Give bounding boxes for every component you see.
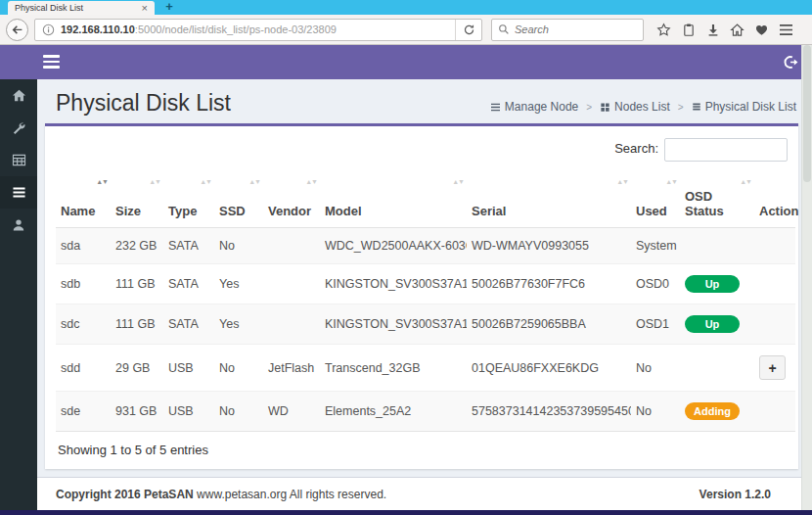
sort-icon — [96, 178, 108, 185]
footer-version: Version 1.2.0 — [699, 488, 771, 501]
cell-type: USB — [163, 345, 214, 392]
logout-button[interactable] — [784, 55, 798, 70]
cell-vendor: WD — [263, 392, 320, 432]
cell-action — [754, 304, 795, 345]
menu-icon — [490, 103, 505, 112]
cell-action — [754, 264, 795, 304]
list-icon — [12, 186, 26, 199]
table-header-row: Name Size Type SSD Vendor Model Serial U… — [56, 171, 795, 228]
col-header-serial[interactable]: Serial — [467, 171, 631, 228]
cell-model: WDC_WD2500AAKX-603CA0 — [320, 228, 467, 264]
browser-menu-button[interactable] — [774, 18, 798, 41]
cell-ssd: No — [214, 228, 263, 264]
cell-ssd: No — [214, 392, 263, 432]
cell-ssd: Yes — [214, 264, 263, 304]
sidebar-toggle-button[interactable] — [43, 55, 60, 69]
heart-icon — [754, 23, 769, 37]
browser-tab-strip: Physical Disk List × + — [0, 0, 812, 15]
cell-model: KINGSTON_SV300S37A120G — [320, 304, 467, 345]
pocket-button[interactable] — [676, 18, 700, 41]
col-header-used[interactable]: Used — [631, 171, 680, 228]
home-button[interactable] — [725, 18, 749, 41]
sort-icon — [149, 178, 160, 185]
scrollbar-thumb[interactable] — [803, 45, 811, 182]
sidebar-item-users[interactable] — [0, 209, 37, 241]
tab-close-icon[interactable]: × — [142, 3, 148, 13]
breadcrumb-nodes-list[interactable]: Nodes List — [578, 100, 670, 114]
table-search-row: Search: — [56, 138, 788, 162]
sort-icon — [200, 178, 211, 185]
reload-button[interactable] — [456, 19, 481, 41]
table-icon — [12, 154, 26, 166]
window-bottom-border — [0, 510, 812, 515]
url-text: 192.168.110.10:5000/node/list/disk_list/… — [61, 23, 455, 35]
url-bar[interactable]: 192.168.110.10:5000/node/list/disk_list/… — [34, 19, 482, 41]
col-header-model[interactable]: Model — [320, 171, 467, 228]
table-search-input[interactable] — [664, 138, 788, 162]
table-row: sda 232 GB SATA No WDC_WD2500AAKX-603CA0… — [56, 228, 795, 264]
col-header-ssd[interactable]: SSD — [214, 171, 263, 228]
sidebar-item-maintenance[interactable] — [0, 112, 37, 144]
disk-table: Name Size Type SSD Vendor Model Serial U… — [56, 171, 795, 432]
sort-icon — [740, 178, 751, 185]
breadcrumb-label: Nodes List — [614, 100, 670, 114]
hello-button[interactable] — [749, 18, 774, 41]
new-tab-button[interactable]: + — [158, 0, 180, 14]
downloads-button[interactable] — [700, 18, 725, 41]
cell-serial: 575837314142353739595450 — [467, 392, 631, 432]
cell-size: 111 GB — [111, 304, 163, 345]
cell-type: SATA — [163, 304, 214, 345]
cell-model: Elements_25A2 — [320, 392, 467, 432]
breadcrumb-physical-disk-list: Physical Disk List — [670, 100, 796, 114]
info-icon[interactable] — [42, 23, 55, 36]
sidebar-item-dashboard[interactable] — [0, 79, 37, 112]
cell-name: sdc — [56, 304, 111, 345]
clipboard-icon — [682, 23, 696, 37]
sort-icon — [665, 178, 677, 185]
logout-icon — [784, 55, 798, 70]
breadcrumb-manage-node[interactable]: Manage Node — [490, 100, 578, 114]
cell-size: 232 GB — [111, 228, 163, 264]
cell-serial: 50026B77630F7FC6 — [467, 264, 631, 304]
sidebar-item-disk-list[interactable] — [0, 176, 37, 209]
cell-used: OSD0 — [631, 264, 680, 304]
col-header-osd-status[interactable]: OSD Status — [680, 171, 754, 228]
cell-size: 111 GB — [111, 264, 163, 304]
cell-vendor — [263, 228, 320, 264]
bookmark-button[interactable] — [652, 18, 676, 41]
tab-title: Physical Disk List — [15, 3, 138, 13]
page-title: Physical Disk List — [56, 90, 231, 117]
table-search-label: Search: — [614, 141, 658, 156]
col-header-size[interactable]: Size — [111, 171, 163, 228]
back-button[interactable] — [6, 19, 28, 41]
cell-ssd: Yes — [214, 304, 263, 345]
col-header-name[interactable]: Name — [56, 171, 111, 228]
toolbar-icons — [652, 18, 798, 41]
browser-tab[interactable]: Physical Disk List × — [8, 1, 155, 15]
cell-vendor — [263, 264, 320, 304]
browser-search-input[interactable] — [515, 23, 637, 35]
cell-vendor — [263, 304, 320, 345]
status-badge: Up — [685, 275, 740, 293]
browser-search-bar[interactable] — [491, 19, 644, 41]
cell-model: KINGSTON_SV300S37A120G — [320, 264, 467, 304]
col-header-vendor[interactable]: Vendor — [263, 171, 320, 228]
content-header: Physical Disk List Manage Node Nodes Lis… — [37, 79, 812, 117]
col-header-type[interactable]: Type — [163, 171, 214, 228]
sidebar-item-nodes[interactable] — [0, 144, 37, 176]
cell-name: sdd — [56, 345, 111, 392]
menu-icon — [779, 23, 793, 36]
wrench-icon — [12, 121, 25, 135]
cell-used: OSD1 — [631, 304, 680, 345]
cell-size: 931 GB — [111, 392, 163, 432]
cell-vendor: JetFlash — [263, 345, 320, 392]
back-icon — [11, 23, 23, 36]
status-badge: Up — [685, 315, 740, 333]
table-row: sdc 111 GB SATA Yes KINGSTON_SV300S37A12… — [56, 304, 795, 345]
grid-icon — [600, 102, 614, 113]
breadcrumb-label: Physical Disk List — [705, 100, 796, 114]
add-osd-button[interactable]: + — [759, 355, 786, 380]
app-sidebar — [0, 79, 37, 510]
page-scrollbar[interactable] — [801, 45, 812, 510]
list-icon — [692, 102, 705, 112]
